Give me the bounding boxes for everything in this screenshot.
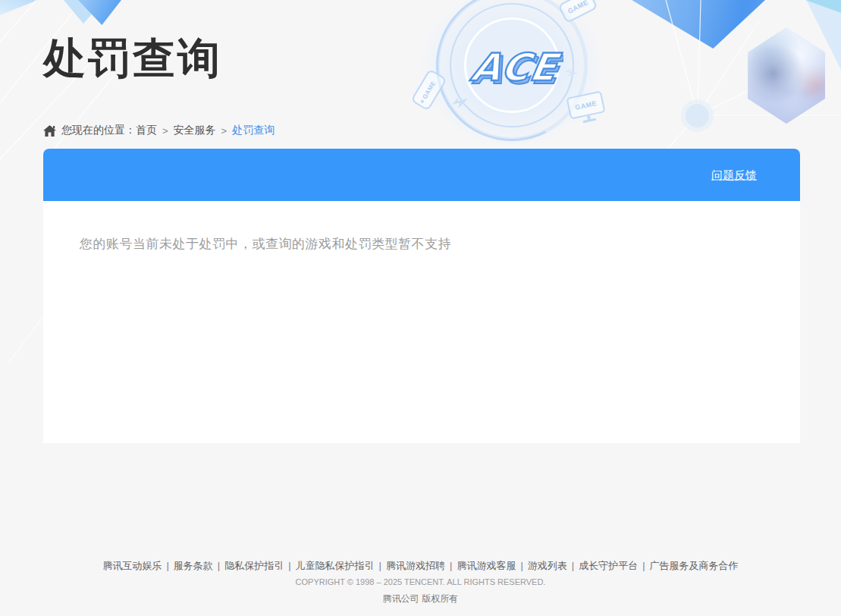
game-phone-icon: GAME bbox=[557, 0, 598, 24]
feedback-link[interactable]: 问题反馈 bbox=[711, 168, 757, 182]
footer-separator: | bbox=[288, 560, 290, 571]
blue-triangle-decoration bbox=[64, 0, 105, 24]
footer-separator: | bbox=[166, 560, 168, 571]
game-phone-icon: GAME bbox=[410, 69, 447, 112]
breadcrumb-item-current: 处罚查询 bbox=[232, 124, 275, 137]
footer-link[interactable]: 腾讯互动娱乐 bbox=[102, 560, 162, 571]
corner-triangle-decoration bbox=[0, 0, 38, 15]
svg-text:ACE: ACE bbox=[468, 45, 563, 90]
footer-link[interactable]: 服务条款 bbox=[174, 560, 213, 571]
footer-separator: | bbox=[572, 560, 574, 571]
page: ACE ACE GAME GAME GAME 处罚查询 您现在的位置： 首页 >… bbox=[0, 0, 841, 616]
footer-link[interactable]: 游戏列表 bbox=[528, 560, 567, 571]
page-title: 处罚查询 bbox=[43, 30, 222, 88]
footer-links: 腾讯互动娱乐|服务条款|隐私保护指引|儿童隐私保护指引|腾讯游戏招聘|腾讯游戏客… bbox=[0, 559, 841, 573]
footer-separator: | bbox=[450, 560, 452, 571]
footer-link[interactable]: 儿童隐私保护指引 bbox=[296, 560, 375, 571]
breadcrumb-separator: > bbox=[162, 125, 168, 137]
home-icon bbox=[43, 125, 56, 137]
query-banner: 问题反馈 bbox=[43, 149, 800, 201]
ace-logo: ACE ACE bbox=[459, 37, 563, 93]
footer-separator: | bbox=[379, 560, 381, 571]
game-monitor-icon: GAME bbox=[566, 90, 605, 119]
footer-link[interactable]: 成长守护平台 bbox=[579, 560, 638, 571]
breadcrumb-separator: > bbox=[221, 125, 228, 137]
breadcrumb-item-security-services[interactable]: 安全服务 bbox=[174, 124, 216, 137]
footer-separator: | bbox=[218, 560, 220, 571]
footer: 腾讯互动娱乐|服务条款|隐私保护指引|儿童隐私保护指引|腾讯游戏招聘|腾讯游戏客… bbox=[0, 559, 841, 605]
breadcrumb: 您现在的位置： 首页 > 安全服务 > 处罚查询 bbox=[43, 124, 275, 137]
footer-link[interactable]: 隐私保护指引 bbox=[224, 560, 284, 571]
lightning-icon bbox=[450, 94, 469, 109]
breadcrumb-prefix: 您现在的位置： bbox=[61, 124, 136, 137]
corner-triangle-decoration bbox=[805, 0, 841, 13]
footer-link[interactable]: 腾讯游戏招聘 bbox=[386, 560, 445, 571]
lightning-icon bbox=[563, 67, 579, 78]
game-tag-label: GAME bbox=[421, 80, 437, 100]
result-panel: 您的账号当前未处于处罚中，或查询的游戏和处罚类型暂不支持 bbox=[43, 201, 800, 443]
circle-decoration bbox=[686, 104, 709, 127]
breadcrumb-item-home[interactable]: 首页 bbox=[136, 124, 157, 137]
blue-triangle-decoration bbox=[632, 0, 765, 49]
company-text: 腾讯公司 版权所有 bbox=[0, 592, 841, 605]
character-art-hexagon bbox=[748, 27, 825, 124]
result-message: 您的账号当前未处于处罚中，或查询的游戏和处罚类型暂不支持 bbox=[80, 235, 451, 253]
footer-link[interactable]: 广告服务及商务合作 bbox=[650, 560, 739, 571]
footer-separator: | bbox=[520, 560, 522, 571]
game-tag-label: GAME bbox=[566, 0, 589, 15]
footer-separator: | bbox=[642, 560, 645, 571]
blue-triangle-decoration bbox=[78, 0, 121, 25]
copyright-text: COPYRIGHT © 1998 – 2025 TENCENT. ALL RIG… bbox=[0, 577, 841, 586]
game-tag-label: GAME bbox=[574, 99, 597, 112]
footer-link[interactable]: 腾讯游戏客服 bbox=[457, 560, 516, 571]
